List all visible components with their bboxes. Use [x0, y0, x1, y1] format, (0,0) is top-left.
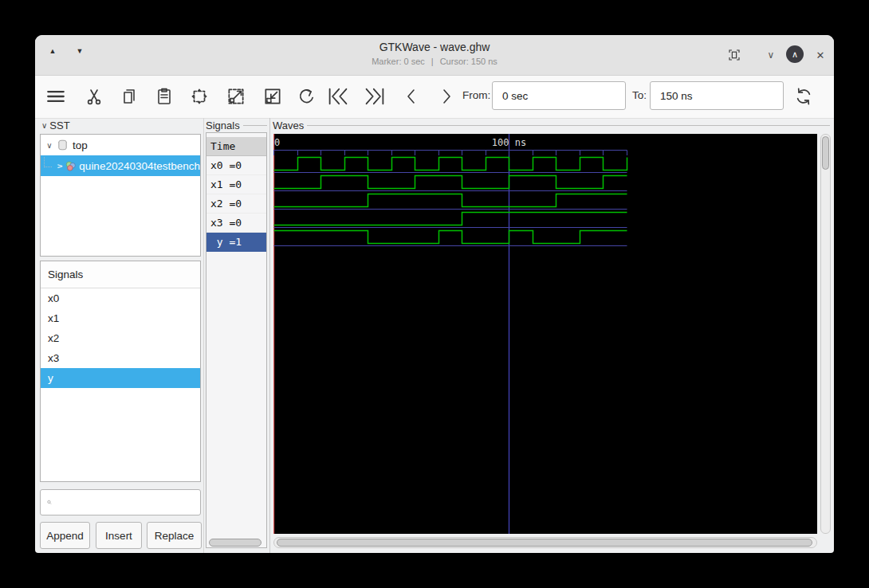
sst-label: SST [49, 120, 69, 131]
trace-x0 [274, 158, 627, 171]
append-label: Append [46, 530, 84, 542]
status-divider: | [431, 57, 434, 66]
marker-status: Marker: 0 sec [372, 57, 425, 66]
zoom-fit-button[interactable] [187, 84, 212, 109]
minimize-button[interactable]: ∨ [762, 46, 780, 64]
trace-x1 [274, 176, 627, 189]
list-item-y[interactable]: y [41, 368, 200, 388]
zoom-fit-icon [189, 86, 210, 107]
insert-label: Insert [105, 530, 132, 542]
pane-divider-left[interactable] [203, 118, 204, 553]
trace-x3 [274, 213, 627, 225]
list-item-x2[interactable]: x2 [41, 328, 200, 348]
tree-item-testbench[interactable]: ∨ quine20240304testbench [41, 155, 200, 176]
go-to-start-button[interactable] [325, 84, 351, 109]
expander-open-icon: ∨ [44, 141, 55, 150]
name-row-y[interactable]: y =1 [206, 233, 266, 252]
go-to-end-button[interactable] [362, 84, 387, 109]
names-frame-label: Signals [206, 120, 267, 131]
name-row-x0[interactable]: x0 =0 [206, 156, 266, 175]
list-item-x3[interactable]: x3 [41, 348, 200, 368]
cut-button[interactable] [81, 84, 107, 109]
signal-list-panel: Signals x0 x1 x2 x3 y [40, 261, 201, 482]
reload-button[interactable] [791, 84, 816, 109]
next-edge-button[interactable] [434, 84, 459, 109]
paste-icon [155, 87, 174, 106]
cursor-status: Cursor: 150 ns [440, 57, 497, 66]
copy-icon [120, 87, 139, 106]
name-row-x3[interactable]: x3 =0 [206, 214, 266, 233]
waves-panel-label: Waves [273, 120, 304, 131]
tree-item-label: quine20240304testbench [79, 160, 200, 172]
menu-icon [44, 86, 68, 107]
to-input[interactable] [650, 81, 784, 110]
skip-to-end-icon [363, 85, 387, 108]
gtkwave-window: ▲ ▼ GTKWave - wave.ghw Marker: 0 sec|Cur… [35, 35, 834, 553]
insert-button[interactable]: Insert [96, 522, 142, 549]
signal-list-header: Signals [41, 261, 200, 288]
skip-to-start-icon [326, 85, 350, 108]
sst-tree: ∨ top ∨ quine20240304testbench [40, 134, 201, 257]
sst-expander-icon: ∨ [41, 121, 47, 130]
module-icon [65, 159, 76, 173]
titlebar[interactable]: ▲ ▼ GTKWave - wave.ghw Marker: 0 sec|Cur… [35, 35, 834, 76]
name-row-x1[interactable]: x1 =0 [206, 175, 266, 194]
expander-closed-icon: ∨ [55, 160, 64, 171]
tree-item-label: top [73, 139, 88, 151]
from-input[interactable] [492, 81, 626, 110]
toolbar: From: To: [35, 76, 834, 119]
close-icon: ✕ [816, 49, 825, 61]
frame-line [243, 125, 267, 126]
zoom-in-icon [226, 86, 246, 107]
chevron-up-icon: ∧ [792, 49, 798, 60]
zoom-out-button[interactable] [260, 84, 285, 109]
screen: ▲ ▼ GTKWave - wave.ghw Marker: 0 sec|Cur… [0, 0, 869, 588]
undo-button[interactable] [293, 84, 319, 109]
tree-connector [44, 157, 52, 167]
trace-x2 [274, 194, 627, 207]
waves-vscroll-thumb[interactable] [822, 136, 829, 170]
waves-hscrollbar[interactable] [273, 537, 817, 548]
to-label: To: [632, 89, 647, 101]
names-hscroll-thumb[interactable] [209, 539, 261, 547]
chevron-down-icon: ∨ [768, 49, 775, 61]
sst-frame-label[interactable]: ∨ SST [41, 120, 201, 131]
signal-names-panel: Time x0 =0 x1 =0 x2 =0 x3 =0 y =1 [206, 132, 267, 548]
maximize-button[interactable] [725, 46, 743, 64]
shade-button[interactable]: ∧ [786, 45, 804, 63]
prev-edge-button[interactable] [399, 84, 424, 109]
from-label: From: [462, 89, 490, 101]
paste-button[interactable] [151, 84, 177, 109]
append-button[interactable]: Append [40, 522, 90, 549]
zoom-out-icon [262, 86, 283, 107]
waves-vscrollbar[interactable] [820, 134, 831, 534]
time-header[interactable]: Time [206, 137, 266, 156]
list-item-x0[interactable]: x0 [41, 288, 200, 308]
reload-icon [793, 86, 814, 107]
signal-search [40, 489, 201, 515]
scissors-icon [85, 87, 104, 106]
search-icon [47, 496, 52, 508]
wave-plot[interactable]: 0100 ns [273, 134, 817, 534]
trace-y [274, 231, 627, 244]
zoom-in-button[interactable] [223, 84, 249, 109]
chevron-right-icon [437, 85, 456, 108]
tree-item-top[interactable]: ∨ top [41, 135, 200, 155]
names-panel-label: Signals [206, 120, 240, 131]
close-button[interactable]: ✕ [812, 46, 829, 64]
pane-divider-waves[interactable] [269, 118, 270, 553]
search-input[interactable] [57, 489, 200, 515]
chevron-left-icon [402, 85, 421, 108]
waves-frame-label: Waves [273, 120, 830, 131]
list-item-x1[interactable]: x1 [41, 308, 200, 328]
copy-button[interactable] [116, 84, 142, 109]
undo-icon [296, 86, 317, 107]
window-title: GTKWave - wave.ghw [35, 41, 834, 53]
maximize-icon [727, 48, 741, 62]
replace-label: Replace [155, 530, 195, 542]
name-row-x2[interactable]: x2 =0 [206, 194, 266, 214]
replace-button[interactable]: Replace [147, 522, 202, 549]
database-icon [57, 139, 69, 151]
waves-hscroll-thumb[interactable] [277, 539, 812, 547]
menu-button[interactable] [43, 84, 69, 109]
